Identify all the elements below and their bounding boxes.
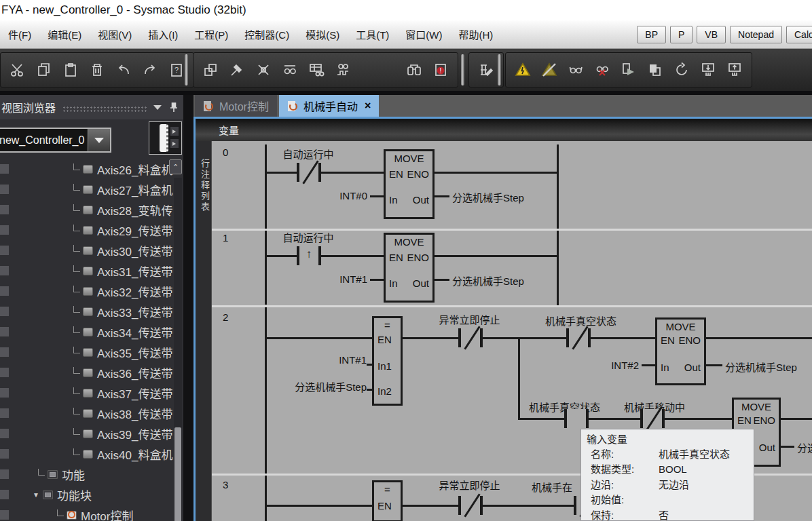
move-block[interactable]: MOVE ENENO InOut — [655, 317, 706, 385]
tree-item-axis37[interactable]: Axis37_传送带 — [0, 383, 174, 403]
calc-button[interactable]: Calc — [786, 26, 812, 43]
delete-button[interactable] — [86, 58, 108, 82]
close-icon[interactable]: × — [365, 100, 371, 112]
sidebar-scrollbar-thumb[interactable] — [174, 427, 181, 521]
transfer-to-controller-button[interactable] — [697, 58, 719, 82]
menu-controller[interactable]: 控制器(C) — [236, 20, 297, 48]
expander-icon[interactable]: ▼ — [33, 491, 39, 499]
edit-mode-button[interactable] — [475, 58, 497, 82]
operand-variable[interactable]: 分选机械手Step — [452, 273, 524, 288]
p-button[interactable]: P — [670, 26, 693, 43]
rebuild-button[interactable] — [253, 58, 274, 82]
nc-contact[interactable] — [640, 409, 665, 428]
tree-item-axis30[interactable]: Axis30_传送带 — [0, 240, 174, 260]
paste-button[interactable] — [60, 58, 81, 82]
menu-project[interactable]: 工程(P) — [186, 20, 236, 48]
tree-item-axis31[interactable]: Axis31_传送带 — [0, 260, 174, 281]
tree-scroll-up-button[interactable]: ⌃ — [169, 159, 182, 174]
pane-divider[interactable] — [183, 95, 193, 521]
vb-button[interactable]: VB — [697, 26, 726, 43]
rising-edge-contact[interactable]: ↑ — [297, 246, 321, 265]
no-contact[interactable] — [564, 409, 589, 428]
menu-insert[interactable]: 插入(I) — [140, 20, 186, 48]
watch-window-button[interactable] — [279, 58, 301, 82]
operand-variable[interactable]: 分选机械手Step — [725, 360, 797, 374]
move-block[interactable]: MOVE ENENO InOut — [384, 149, 435, 219]
operand-variable[interactable]: 分选机械手Step — [452, 190, 524, 204]
variables-bar[interactable]: 变量 — [196, 119, 812, 141]
tree-item-motor-control[interactable]: Motor控制 — [0, 505, 174, 521]
redo-button[interactable] — [139, 58, 161, 82]
nc-contact[interactable] — [458, 328, 483, 347]
new-window-button[interactable] — [200, 58, 221, 82]
chevron-down-icon[interactable] — [153, 105, 162, 110]
tree-item-function-blocks[interactable]: ▼功能块 — [0, 484, 174, 505]
tree-item-axis40[interactable]: Axis40_料盒机 — [0, 444, 174, 464]
bp-button[interactable]: BP — [637, 26, 666, 43]
tree-item-axis29[interactable]: Axis29_传送带 — [0, 220, 174, 240]
notepad-button[interactable]: Notepad — [730, 26, 782, 43]
rung-number[interactable]: 0 — [223, 147, 228, 158]
move-block[interactable]: MOVE ENENO InOut — [384, 233, 435, 303]
menu-help[interactable]: 帮助(H) — [450, 20, 501, 48]
pin-icon[interactable] — [170, 102, 178, 113]
watch-table-button[interactable] — [306, 58, 327, 82]
tab-motor-control[interactable]: Motor控制 — [195, 95, 277, 117]
contact-label[interactable]: 异常立即停止 — [424, 478, 515, 492]
operand-value[interactable]: INT#2 — [585, 360, 639, 371]
search-button[interactable] — [403, 58, 425, 82]
monitor-watch-button[interactable] — [565, 58, 587, 82]
tree-item-axis32[interactable]: Axis32_传送带 — [0, 281, 174, 301]
compare-button[interactable] — [644, 58, 666, 82]
nc-contact[interactable] — [297, 163, 321, 182]
build-button[interactable] — [226, 58, 248, 82]
tree-item-functions[interactable]: 功能 — [0, 464, 174, 484]
equals-block[interactable]: = EN In1 In2 — [372, 316, 403, 406]
cut-button[interactable] — [7, 58, 29, 82]
tree-item-axis38[interactable]: Axis38_传送带 — [0, 403, 174, 423]
sidebar-scrollbar-track[interactable] — [174, 178, 182, 521]
contact-label[interactable]: 机械手真空状态 — [535, 313, 627, 328]
rung-number[interactable]: 2 — [223, 311, 228, 323]
operand-value[interactable]: INT#0 — [312, 190, 367, 201]
rung-number[interactable]: 1 — [223, 232, 228, 244]
data-trace-button[interactable] — [332, 58, 354, 82]
tree-item-axis28[interactable]: Axis28_变轨传 — [0, 199, 174, 220]
tree-item-axis34[interactable]: Axis34_传送带 — [0, 322, 174, 342]
operand-variable[interactable]: 分选机械手Step — [265, 379, 367, 393]
operand-value[interactable]: INT#1 — [299, 354, 367, 366]
tree-item-axis27[interactable]: Axis27_料盒机 — [0, 179, 174, 199]
rung-number[interactable]: 3 — [223, 479, 228, 490]
menu-tools[interactable]: 工具(T) — [348, 20, 397, 48]
undo-button[interactable] — [113, 58, 134, 82]
menu-edit[interactable]: 编辑(E) — [39, 20, 90, 48]
controller-dropdown[interactable]: new_Controller_0 — [0, 128, 111, 153]
tree-item-axis36[interactable]: Axis36_传送带 — [0, 362, 174, 383]
error-list-button[interactable]: ! — [430, 58, 451, 82]
monitor-watch-off-button[interactable] — [591, 58, 613, 82]
contact-label[interactable]: 自动运行中 — [267, 147, 349, 161]
contact-label[interactable]: 机械手在 — [532, 480, 572, 494]
menu-file[interactable]: 件(F) — [0, 20, 39, 48]
warning-off-button[interactable] — [538, 58, 560, 82]
tree-item-axis35[interactable]: Axis35_传送带 — [0, 342, 174, 362]
rung-comment-strip[interactable]: 行注释列表 — [196, 141, 212, 521]
tab-robot-auto[interactable]: 机械手自动 × — [279, 95, 379, 117]
dropdown-arrow-icon[interactable] — [88, 129, 110, 151]
menu-view[interactable]: 视图(V) — [90, 20, 140, 48]
synchronize-button[interactable] — [671, 58, 693, 82]
nc-contact[interactable] — [566, 328, 591, 347]
tree-item-axis39[interactable]: Axis39_传送带 — [0, 423, 174, 444]
menu-window[interactable]: 窗口(W) — [397, 20, 450, 48]
tree-item-axis26[interactable]: Axis26_料盒机 — [0, 159, 174, 179]
operand-variable[interactable]: 分选机械手Step — [797, 440, 812, 455]
equals-block[interactable]: = EN — [372, 480, 403, 521]
contact-label[interactable]: 自动运行中 — [267, 230, 349, 244]
menu-simulation[interactable]: 模拟(S) — [297, 20, 348, 48]
operand-value[interactable]: INT#1 — [312, 273, 367, 285]
warning-on-button[interactable] — [512, 58, 534, 82]
run-program-button[interactable] — [618, 58, 640, 82]
nc-contact[interactable] — [458, 496, 483, 515]
tree-item-axis33[interactable]: Axis33_传送带 — [0, 301, 174, 322]
copy-button[interactable] — [33, 58, 55, 82]
